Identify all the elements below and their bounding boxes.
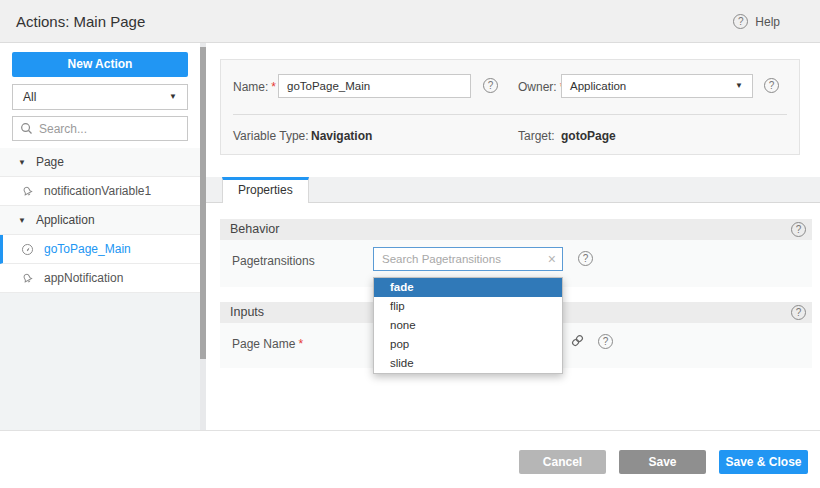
pagetransitions-dropdown-list: fade flip none pop slide <box>373 277 563 374</box>
save-and-close-button[interactable]: Save & Close <box>719 450 808 474</box>
actions-tree: ▼ Page notificationVariable1 ▼ Applicati… <box>0 148 200 293</box>
help-button[interactable]: ? Help <box>733 14 780 29</box>
tree-group-application[interactable]: ▼ Application <box>0 206 200 235</box>
required-marker: * <box>271 80 276 94</box>
variable-type-value: Navigation <box>311 129 372 143</box>
variable-type-label: Variable Type: <box>233 129 309 143</box>
dropdown-option-pop[interactable]: pop <box>374 335 562 354</box>
target-value: gotoPage <box>561 129 616 143</box>
owner-help-icon[interactable]: ? <box>764 78 779 93</box>
dropdown-option-none[interactable]: none <box>374 316 562 335</box>
cancel-button[interactable]: Cancel <box>519 450 606 474</box>
tab-bar: Properties <box>206 177 820 203</box>
search-icon <box>20 122 33 135</box>
pagetransitions-search-input[interactable] <box>374 248 534 270</box>
clear-icon[interactable]: × <box>548 248 556 270</box>
target-label: Target: <box>518 129 555 143</box>
pagetransitions-search-box[interactable]: × <box>373 247 563 271</box>
header-bar: Actions: Main Page ? Help <box>0 0 820 43</box>
behavior-help-icon[interactable]: ? <box>791 222 806 237</box>
panel-divider <box>233 114 787 115</box>
owner-select[interactable]: Application ▼ <box>561 74 753 98</box>
save-button[interactable]: Save <box>619 450 706 474</box>
actions-editor-window: Actions: Main Page ? Help New Action All… <box>0 0 820 488</box>
tab-properties[interactable]: Properties <box>222 177 309 203</box>
owner-select-value: Application <box>570 80 626 92</box>
sidebar-empty-area <box>0 293 200 430</box>
page-name-help-icon[interactable]: ? <box>598 334 613 349</box>
filter-dropdown-value: All <box>23 90 36 104</box>
tree-group-label: Page <box>36 155 64 169</box>
tree-item-label: appNotification <box>44 271 123 285</box>
required-marker: * <box>298 337 303 351</box>
tree-item-notificationvariable1[interactable]: notificationVariable1 <box>0 177 200 206</box>
notification-icon <box>21 185 34 198</box>
inputs-help-icon[interactable]: ? <box>791 305 806 320</box>
action-summary-panel: Name:* ? Owner:* Application ▼ ? Variabl… <box>220 59 800 155</box>
sidebar-search-input[interactable] <box>39 122 179 136</box>
page-title: Actions: Main Page <box>16 0 145 43</box>
tree-group-label: Application <box>36 213 95 227</box>
help-label: Help <box>755 15 780 29</box>
chevron-down-icon: ▼ <box>169 85 177 109</box>
tree-group-page[interactable]: ▼ Page <box>0 148 200 177</box>
behavior-section-header: Behavior ? <box>220 219 812 240</box>
tree-item-label: goToPage_Main <box>44 242 131 256</box>
collapse-caret-icon: ▼ <box>18 216 26 225</box>
action-detail-panel: Name:* ? Owner:* Application ▼ ? Variabl… <box>206 43 820 430</box>
owner-label: Owner:* <box>518 80 564 94</box>
dropdown-option-flip[interactable]: flip <box>374 297 562 316</box>
page-name-label: Page Name* <box>232 337 303 351</box>
pagetransitions-help-icon[interactable]: ? <box>578 251 593 266</box>
inputs-section-title: Inputs <box>230 305 264 319</box>
filter-dropdown[interactable]: All ▼ <box>12 84 188 110</box>
pagetransitions-label: Pagetransitions <box>232 254 315 268</box>
tree-item-gotopage-main-selected[interactable]: goToPage_Main <box>0 235 200 264</box>
actions-sidebar: New Action All ▼ ▼ Page notificationVari… <box>0 43 200 430</box>
name-field[interactable] <box>278 74 471 98</box>
help-icon: ? <box>733 14 748 29</box>
tree-item-appnotification[interactable]: appNotification <box>0 264 200 293</box>
new-action-button[interactable]: New Action <box>12 52 188 77</box>
link-icon[interactable] <box>570 333 585 348</box>
behavior-section-title: Behavior <box>230 222 279 236</box>
sidebar-search-box[interactable] <box>12 116 188 141</box>
dropdown-option-fade[interactable]: fade <box>374 278 562 297</box>
dropdown-option-slide[interactable]: slide <box>374 354 562 373</box>
name-help-icon[interactable]: ? <box>483 78 498 93</box>
notification-icon <box>21 272 34 285</box>
chevron-down-icon: ▼ <box>735 75 743 97</box>
tree-item-label: notificationVariable1 <box>44 184 151 198</box>
collapse-caret-icon: ▼ <box>18 158 26 167</box>
footer-bar: Cancel Save Save & Close <box>0 430 820 488</box>
navigation-action-icon <box>21 243 34 256</box>
name-label: Name:* <box>233 80 276 94</box>
